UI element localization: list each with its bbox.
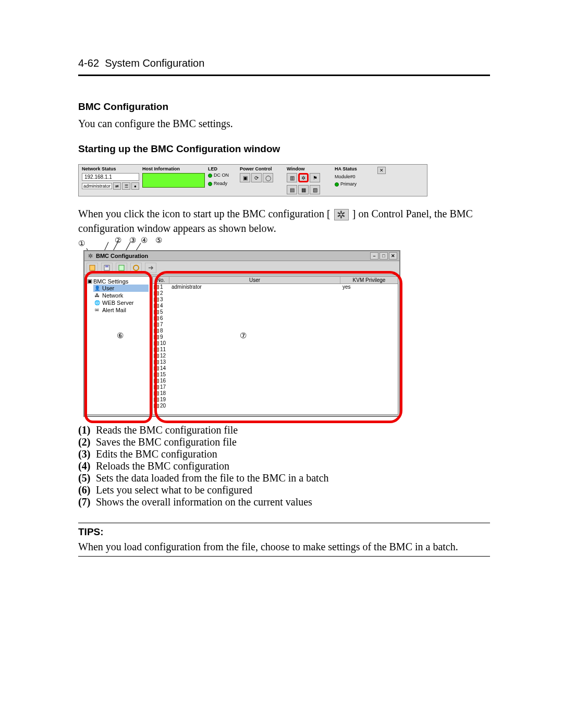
- tips-bottom-rule: [78, 556, 490, 557]
- table-row[interactable]: 16: [153, 378, 398, 384]
- svg-rect-3: [119, 265, 124, 270]
- starting-heading: Starting up the BMC Configuration window: [78, 143, 490, 155]
- shutdown-icon[interactable]: ◯: [263, 173, 273, 182]
- legend-item: (3)Edits the BMC configuration: [78, 448, 490, 460]
- bmc-config-heading: BMC Configuration: [78, 101, 490, 113]
- tree-item-webserver[interactable]: 🌐WEB Server: [93, 299, 149, 306]
- row-icon: [154, 391, 159, 396]
- col-no[interactable]: No.: [153, 277, 169, 283]
- window-label: Window: [287, 167, 332, 171]
- tips-paragraph: When you load configuration from the fil…: [78, 541, 490, 553]
- table-row[interactable]: 19: [153, 397, 398, 403]
- connect-icon[interactable]: ⇄: [113, 182, 121, 190]
- tree-item-user[interactable]: 👤User: [93, 285, 149, 292]
- legend-item: (4)Reloads the BMC configuration: [78, 460, 490, 472]
- table-row[interactable]: 15: [153, 372, 398, 378]
- window5-icon[interactable]: ▦: [298, 185, 309, 194]
- bmc-config-inline-icon: ✲: [334, 209, 349, 220]
- col-priv[interactable]: KVM Privilege: [340, 277, 398, 283]
- table-row[interactable]: 2: [153, 290, 398, 297]
- table-row[interactable]: 7: [153, 322, 398, 328]
- bmc-window-titlebar: ✲ BMC Configuration – □ ✕: [84, 251, 399, 261]
- callout-4: ④: [141, 236, 148, 245]
- power-control-label: Power Control: [240, 167, 284, 171]
- bmc-config-icon[interactable]: ✲: [298, 173, 309, 182]
- window4-icon[interactable]: ▤: [287, 185, 297, 194]
- net-status-icon[interactable]: ●: [131, 182, 139, 190]
- row-icon: [154, 316, 159, 320]
- legend-item: (6)Lets you select what to be configured: [78, 484, 490, 496]
- table-row[interactable]: 3: [153, 297, 398, 303]
- reset-icon[interactable]: ⟳: [251, 173, 262, 182]
- toolbar-save-icon[interactable]: [101, 263, 113, 273]
- table-row[interactable]: 6: [153, 315, 398, 322]
- window1-icon[interactable]: ▥: [287, 173, 297, 182]
- row-icon: [154, 341, 159, 346]
- table-row[interactable]: 11: [153, 347, 398, 353]
- bmc-list-panel[interactable]: No. User KVM Privilege 1administratoryes…: [152, 276, 398, 415]
- host-lcd-display: [142, 173, 205, 188]
- row-icon: [154, 329, 159, 333]
- bmc-window-wrapper: ✲ BMC Configuration – □ ✕ ▣BMC Settings …: [83, 250, 490, 417]
- dc-on-text: DC ON: [214, 173, 229, 178]
- bmc-toolbar: [84, 261, 399, 275]
- tree-item-alertmail[interactable]: ✉Alert Mail: [93, 306, 149, 314]
- callout-6: ⑥: [117, 331, 124, 340]
- table-row[interactable]: 4: [153, 303, 398, 309]
- table-row[interactable]: 12: [153, 353, 398, 359]
- table-row[interactable]: 18: [153, 390, 398, 397]
- ip-address: 192.168.1.1: [82, 173, 139, 181]
- row-icon: [154, 348, 159, 352]
- maximize-icon[interactable]: □: [380, 252, 388, 260]
- panel-close-icon[interactable]: ✕: [377, 167, 386, 174]
- svg-rect-2: [105, 265, 108, 267]
- legend-item: (5)Sets the data loaded from the file to…: [78, 472, 490, 484]
- administrator-field: administrator: [82, 183, 112, 189]
- row-icon: [154, 366, 159, 371]
- table-row[interactable]: 20: [153, 403, 398, 409]
- tree-root[interactable]: ▣BMC Settings: [87, 278, 149, 285]
- callout-1: ①: [78, 239, 85, 248]
- power-icon[interactable]: ▣: [240, 173, 250, 182]
- table-row[interactable]: 17: [153, 384, 398, 390]
- network-icon: 🖧: [94, 293, 100, 298]
- toolbar-batch-icon[interactable]: [145, 263, 156, 273]
- bmc-tree-panel[interactable]: ▣BMC Settings 👤User 🖧Network 🌐WEB Server…: [85, 276, 150, 415]
- table-row[interactable]: 9: [153, 334, 398, 340]
- tips-heading: TIPS:: [78, 526, 490, 538]
- table-row[interactable]: 8: [153, 328, 398, 334]
- legend-list: (1)Reads the BMC configuration file(2)Sa…: [78, 424, 490, 508]
- window6-icon[interactable]: ▧: [310, 185, 320, 194]
- row-icon: [154, 310, 159, 314]
- tree-item-network[interactable]: 🖧Network: [93, 292, 149, 299]
- table-row[interactable]: 13: [153, 359, 398, 365]
- row-icon: [154, 323, 159, 327]
- toolbar-read-icon[interactable]: [87, 263, 98, 273]
- close-icon[interactable]: ✕: [389, 252, 397, 260]
- callout-3: ③: [129, 236, 136, 245]
- header-rule: [78, 75, 490, 76]
- row-icon: [154, 354, 159, 358]
- tips-top-rule: [78, 523, 490, 523]
- page-header: 4-62 System Configuration: [78, 57, 490, 69]
- row-icon: [154, 398, 159, 402]
- table-row[interactable]: 1administratoryes: [153, 284, 398, 290]
- table-row[interactable]: 14: [153, 365, 398, 372]
- table-row[interactable]: 10: [153, 340, 398, 347]
- ready-text: Ready: [214, 181, 227, 186]
- row-icon: [154, 373, 159, 377]
- net-settings-icon[interactable]: ☰: [122, 182, 130, 190]
- legend-item: (1)Reads the BMC configuration file: [78, 424, 490, 436]
- minimize-icon[interactable]: –: [370, 252, 378, 260]
- control-panel: Network Status 192.168.1.1 administrator…: [78, 164, 427, 196]
- row-icon: [154, 291, 159, 295]
- legend-item: (7)Shows the overall information on the …: [78, 496, 490, 508]
- user-icon: 👤: [94, 286, 100, 291]
- page-number: 4-62: [78, 57, 99, 69]
- toolbar-reload-icon[interactable]: [130, 263, 142, 273]
- table-row[interactable]: 5: [153, 309, 398, 315]
- window3-icon[interactable]: ⚑: [310, 173, 320, 182]
- col-user[interactable]: User: [169, 277, 340, 283]
- toolbar-edit-icon[interactable]: [116, 263, 127, 273]
- network-status-label: Network Status: [82, 167, 139, 171]
